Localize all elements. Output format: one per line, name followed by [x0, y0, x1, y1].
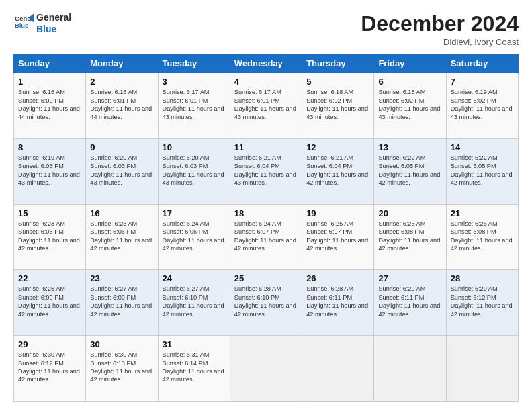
day-info: Sunrise: 6:26 AMSunset: 6:08 PMDaylight:… [451, 220, 514, 253]
svg-text:Blue: Blue [15, 22, 28, 29]
day-info: Sunrise: 6:27 AMSunset: 6:10 PMDaylight:… [163, 285, 226, 318]
calendar-cell: 8 Sunrise: 6:19 AMSunset: 6:03 PMDayligh… [14, 138, 86, 204]
day-info: Sunrise: 6:17 AMSunset: 6:01 PMDaylight:… [234, 88, 298, 122]
logo: General Blue General Blue [13, 12, 71, 35]
day-info: Sunrise: 6:26 AMSunset: 6:09 PMDaylight:… [18, 285, 81, 318]
day-info: Sunrise: 6:24 AMSunset: 6:07 PMDaylight:… [234, 220, 298, 253]
calendar-cell: 9 Sunrise: 6:20 AMSunset: 6:03 PMDayligh… [86, 138, 158, 204]
calendar-cell: 3 Sunrise: 6:17 AMSunset: 6:01 PMDayligh… [158, 73, 230, 139]
day-number: 1 [18, 77, 81, 87]
calendar-week-5: 29 Sunrise: 6:30 AMSunset: 6:12 PMDaylig… [14, 336, 519, 402]
day-info: Sunrise: 6:27 AMSunset: 6:09 PMDaylight:… [90, 285, 153, 318]
day-number: 13 [378, 142, 441, 152]
calendar-cell: 5 Sunrise: 6:18 AMSunset: 6:02 PMDayligh… [302, 73, 374, 139]
calendar-cell: 6 Sunrise: 6:18 AMSunset: 6:02 PMDayligh… [374, 73, 446, 139]
day-number: 31 [163, 339, 226, 349]
calendar-cell: 25 Sunrise: 6:28 AMSunset: 6:10 PMDaylig… [230, 270, 302, 336]
calendar-cell: 2 Sunrise: 6:16 AMSunset: 6:01 PMDayligh… [86, 73, 158, 139]
day-info: Sunrise: 6:19 AMSunset: 6:02 PMDaylight:… [451, 88, 514, 122]
calendar-cell: 11 Sunrise: 6:21 AMSunset: 6:04 PMDaylig… [230, 138, 302, 204]
calendar-cell: 29 Sunrise: 6:30 AMSunset: 6:12 PMDaylig… [14, 336, 86, 402]
day-info: Sunrise: 6:21 AMSunset: 6:04 PMDaylight:… [234, 154, 298, 187]
day-info: Sunrise: 6:30 AMSunset: 6:13 PMDaylight:… [90, 351, 153, 384]
day-info: Sunrise: 6:31 AMSunset: 6:14 PMDaylight:… [163, 351, 226, 384]
day-number: 6 [378, 77, 441, 87]
month-title: December 2024 [361, 12, 519, 36]
calendar-cell: 19 Sunrise: 6:25 AMSunset: 6:07 PMDaylig… [302, 204, 374, 270]
day-number: 3 [163, 77, 226, 87]
day-number: 19 [306, 208, 369, 218]
weekday-header-saturday: Saturday [446, 54, 518, 73]
calendar-cell: 4 Sunrise: 6:17 AMSunset: 6:01 PMDayligh… [230, 73, 302, 139]
calendar-cell [446, 336, 518, 402]
calendar-table: SundayMondayTuesdayWednesdayThursdayFrid… [13, 54, 519, 402]
day-info: Sunrise: 6:30 AMSunset: 6:12 PMDaylight:… [18, 351, 81, 384]
day-info: Sunrise: 6:18 AMSunset: 6:02 PMDaylight:… [306, 88, 369, 122]
day-number: 28 [451, 273, 514, 283]
calendar-cell: 26 Sunrise: 6:28 AMSunset: 6:11 PMDaylig… [302, 270, 374, 336]
day-number: 29 [18, 339, 81, 349]
logo-blue: Blue [36, 24, 71, 35]
day-info: Sunrise: 6:16 AMSunset: 6:01 PMDaylight:… [90, 88, 153, 122]
location: Didievi, Ivory Coast [361, 37, 519, 47]
calendar-cell: 12 Sunrise: 6:21 AMSunset: 6:04 PMDaylig… [302, 138, 374, 204]
weekday-header-sunday: Sunday [14, 54, 86, 73]
day-number: 17 [163, 208, 226, 218]
day-info: Sunrise: 6:29 AMSunset: 6:12 PMDaylight:… [451, 285, 514, 318]
day-info: Sunrise: 6:23 AMSunset: 6:06 PMDaylight:… [90, 220, 153, 253]
day-info: Sunrise: 6:24 AMSunset: 6:06 PMDaylight:… [163, 220, 226, 253]
day-number: 12 [306, 142, 369, 152]
day-info: Sunrise: 6:25 AMSunset: 6:08 PMDaylight:… [378, 220, 441, 253]
day-number: 23 [90, 273, 153, 283]
weekday-header-monday: Monday [86, 54, 158, 73]
calendar-cell: 17 Sunrise: 6:24 AMSunset: 6:06 PMDaylig… [158, 204, 230, 270]
day-info: Sunrise: 6:29 AMSunset: 6:11 PMDaylight:… [378, 285, 441, 318]
day-number: 9 [90, 142, 153, 152]
calendar-cell: 15 Sunrise: 6:23 AMSunset: 6:06 PMDaylig… [14, 204, 86, 270]
day-info: Sunrise: 6:21 AMSunset: 6:04 PMDaylight:… [306, 154, 369, 187]
day-number: 25 [234, 273, 298, 283]
calendar-cell [374, 336, 446, 402]
day-number: 8 [18, 142, 81, 152]
calendar-cell: 30 Sunrise: 6:30 AMSunset: 6:13 PMDaylig… [86, 336, 158, 402]
day-number: 5 [306, 77, 369, 87]
title-block: December 2024 Didievi, Ivory Coast [361, 12, 519, 47]
calendar-week-4: 22 Sunrise: 6:26 AMSunset: 6:09 PMDaylig… [14, 270, 519, 336]
day-info: Sunrise: 6:17 AMSunset: 6:01 PMDaylight:… [163, 88, 226, 122]
calendar-cell: 28 Sunrise: 6:29 AMSunset: 6:12 PMDaylig… [446, 270, 518, 336]
calendar-week-3: 15 Sunrise: 6:23 AMSunset: 6:06 PMDaylig… [14, 204, 519, 270]
calendar-cell: 1 Sunrise: 6:16 AMSunset: 6:00 PMDayligh… [14, 73, 86, 139]
calendar-cell: 18 Sunrise: 6:24 AMSunset: 6:07 PMDaylig… [230, 204, 302, 270]
day-info: Sunrise: 6:18 AMSunset: 6:02 PMDaylight:… [378, 88, 441, 122]
calendar-cell: 22 Sunrise: 6:26 AMSunset: 6:09 PMDaylig… [14, 270, 86, 336]
day-number: 18 [234, 208, 298, 218]
calendar-cell [230, 336, 302, 402]
day-number: 26 [306, 273, 369, 283]
day-number: 20 [378, 208, 441, 218]
weekday-header-friday: Friday [374, 54, 446, 73]
day-number: 16 [90, 208, 153, 218]
weekday-header-tuesday: Tuesday [158, 54, 230, 73]
day-number: 14 [451, 142, 514, 152]
calendar-cell: 7 Sunrise: 6:19 AMSunset: 6:02 PMDayligh… [446, 73, 518, 139]
day-info: Sunrise: 6:16 AMSunset: 6:00 PMDaylight:… [18, 88, 81, 122]
day-number: 27 [378, 273, 441, 283]
calendar-cell: 21 Sunrise: 6:26 AMSunset: 6:08 PMDaylig… [446, 204, 518, 270]
day-info: Sunrise: 6:20 AMSunset: 6:03 PMDaylight:… [90, 154, 153, 187]
day-number: 24 [163, 273, 226, 283]
day-info: Sunrise: 6:22 AMSunset: 6:05 PMDaylight:… [451, 154, 514, 187]
calendar-cell: 16 Sunrise: 6:23 AMSunset: 6:06 PMDaylig… [86, 204, 158, 270]
calendar-cell: 31 Sunrise: 6:31 AMSunset: 6:14 PMDaylig… [158, 336, 230, 402]
calendar-cell: 13 Sunrise: 6:22 AMSunset: 6:05 PMDaylig… [374, 138, 446, 204]
page: General Blue General Blue December 2024 … [0, 0, 532, 411]
day-number: 4 [234, 77, 298, 87]
day-number: 30 [90, 339, 153, 349]
calendar-cell: 23 Sunrise: 6:27 AMSunset: 6:09 PMDaylig… [86, 270, 158, 336]
day-info: Sunrise: 6:28 AMSunset: 6:10 PMDaylight:… [234, 285, 298, 318]
day-number: 2 [90, 77, 153, 87]
calendar-cell [302, 336, 374, 402]
calendar-week-2: 8 Sunrise: 6:19 AMSunset: 6:03 PMDayligh… [14, 138, 519, 204]
header: General Blue General Blue December 2024 … [13, 12, 519, 47]
day-info: Sunrise: 6:19 AMSunset: 6:03 PMDaylight:… [18, 154, 81, 187]
day-number: 10 [163, 142, 226, 152]
